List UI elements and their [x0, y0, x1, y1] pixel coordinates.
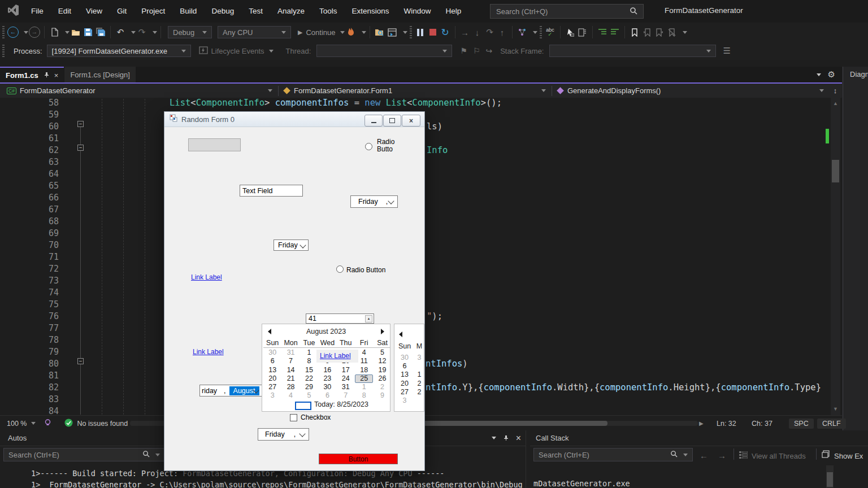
- view-all-threads-button[interactable]: View all Threads: [752, 452, 806, 460]
- scroll-up-arrow[interactable]: ▲: [831, 99, 840, 108]
- calendar-day[interactable]: 7: [281, 357, 300, 365]
- checkbox[interactable]: [290, 414, 297, 421]
- callstack-scrollbar[interactable]: [826, 465, 834, 488]
- view-all-threads-icon[interactable]: [739, 451, 748, 461]
- calendar-prev-icon[interactable]: [399, 332, 402, 337]
- thread-dropdown[interactable]: [316, 45, 452, 57]
- flag-threads-icon[interactable]: ⚑: [460, 46, 467, 55]
- calendar-day[interactable]: 2: [373, 383, 390, 391]
- solution-config-dropdown[interactable]: Debug: [168, 26, 212, 38]
- save-button[interactable]: [82, 25, 94, 39]
- calendar-day[interactable]: 20: [263, 374, 281, 383]
- month-calendar-partial[interactable]: SunM 30361312022723: [394, 324, 424, 412]
- clear-bookmarks-button[interactable]: [666, 25, 678, 39]
- calendar-day[interactable]: 6: [397, 362, 413, 371]
- calendar-day[interactable]: 7: [337, 391, 355, 400]
- toolbar-grip[interactable]: [2, 26, 5, 38]
- format-document-button[interactable]: [576, 25, 589, 39]
- form-close-button[interactable]: ×: [402, 115, 420, 127]
- calendar-day[interactable]: 24: [337, 374, 355, 383]
- text-field-input[interactable]: Text Field: [240, 185, 303, 197]
- numeric-updown[interactable]: 41 ▲: [306, 313, 374, 324]
- calendar-day[interactable]: 30: [263, 348, 281, 357]
- show-external-code-button[interactable]: Show Ex: [834, 452, 863, 460]
- toolbar-overflow-icon[interactable]: ☰: [723, 46, 730, 56]
- continue-button[interactable]: ▶Continue: [298, 25, 336, 39]
- calendar-day[interactable]: 13: [263, 366, 281, 374]
- menu-item-view[interactable]: View: [79, 7, 110, 15]
- day-combo-bottom[interactable]: Friday ,: [258, 428, 309, 441]
- flagged-only-icon[interactable]: ⚐: [473, 46, 480, 55]
- menu-item-window[interactable]: Window: [397, 7, 439, 15]
- code-map-dropdown-icon[interactable]: [533, 31, 537, 34]
- calendar-day[interactable]: 27: [397, 388, 413, 396]
- calendar-day[interactable]: 30: [318, 383, 336, 391]
- calendar-day[interactable]: 31: [337, 383, 355, 391]
- scrollbar-thumb[interactable]: [832, 160, 839, 182]
- stack-frame-dropdown[interactable]: [549, 45, 716, 57]
- navigate-forward-button[interactable]: →: [28, 25, 41, 39]
- calendar-day[interactable]: 18: [355, 366, 373, 374]
- quick-search-input[interactable]: Search (Ctrl+Q): [490, 4, 644, 19]
- select-cursor-button[interactable]: [564, 25, 576, 39]
- stop-button[interactable]: [427, 25, 439, 39]
- continue-dropdown-icon[interactable]: [340, 31, 345, 34]
- code-map-button[interactable]: [516, 25, 528, 39]
- menu-item-help[interactable]: Help: [439, 7, 469, 15]
- text-toolbar-grip[interactable]: [540, 26, 542, 38]
- member-dropdown[interactable]: GenerateAndDisplayForms(): [552, 84, 828, 98]
- step-over-button[interactable]: ↷: [484, 25, 496, 39]
- calendar-day[interactable]: 3: [413, 354, 424, 362]
- panel-pin-icon[interactable]: [503, 433, 509, 443]
- calendar-day[interactable]: 8: [355, 391, 373, 400]
- radio-button-mid[interactable]: [336, 265, 344, 273]
- redo-dropdown-icon[interactable]: [153, 31, 157, 34]
- minimize-button[interactable]: [364, 115, 383, 127]
- calendar-day[interactable]: 6: [318, 391, 336, 400]
- menu-item-git[interactable]: Git: [110, 7, 134, 15]
- blank-button[interactable]: [188, 138, 241, 151]
- increase-indent-button[interactable]: [609, 25, 621, 39]
- random-form-window[interactable]: Random Form 0 × Radio Butto Text Field F…: [164, 111, 425, 471]
- show-next-statement-icon[interactable]: →: [459, 25, 471, 39]
- debug-toolbar-grip[interactable]: [410, 26, 412, 38]
- calendar-day[interactable]: 5: [300, 391, 318, 400]
- calendar-day[interactable]: 1: [300, 348, 318, 357]
- split-editor-handle[interactable]: ↕: [828, 86, 842, 95]
- calendar-day[interactable]: 22: [300, 374, 318, 383]
- spell-check-button[interactable]: abc✓: [544, 25, 557, 39]
- menu-item-analyze[interactable]: Analyze: [270, 7, 312, 15]
- step-out-button[interactable]: ↑: [496, 25, 509, 39]
- calendar-day[interactable]: 6: [263, 357, 281, 365]
- undo-dropdown-icon[interactable]: [131, 31, 136, 34]
- zoom-dropdown[interactable]: 100 %: [7, 420, 27, 428]
- tab-options-gear-icon[interactable]: ⚙: [828, 69, 835, 80]
- calendar-day[interactable]: 1: [413, 371, 424, 379]
- calendar-title[interactable]: August 2023: [262, 324, 390, 336]
- menu-item-debug[interactable]: Debug: [204, 7, 241, 15]
- month-calendar[interactable]: August 2023 SunMonTueWedThuFriSat 303112…: [262, 324, 390, 412]
- calendar-day[interactable]: 30: [397, 354, 413, 362]
- radio-button-top[interactable]: [365, 143, 372, 150]
- calendar-day[interactable]: 29: [300, 383, 318, 391]
- calendar-selected-day[interactable]: 25: [355, 374, 373, 383]
- menu-item-file[interactable]: File: [24, 7, 51, 15]
- calendar-day[interactable]: 15: [300, 366, 318, 374]
- undo-button[interactable]: ↶: [114, 25, 127, 39]
- calendar-day[interactable]: 20: [397, 380, 413, 388]
- expand-arrow-icon[interactable]: ▶: [699, 420, 704, 426]
- calendar-day[interactable]: 2: [413, 380, 424, 388]
- link-label-1[interactable]: Link Label: [191, 273, 222, 281]
- redo-button[interactable]: ↷: [136, 25, 148, 39]
- window-dropdown-icon[interactable]: [403, 31, 407, 34]
- search-options-icon[interactable]: [683, 454, 688, 456]
- spaces-indicator[interactable]: SPC: [789, 419, 814, 429]
- panel-menu-dropdown-icon[interactable]: [492, 437, 496, 439]
- calendar-today-label[interactable]: Today: 8/25/2023: [314, 400, 368, 408]
- suppress-jit-icon[interactable]: ↪: [485, 46, 492, 55]
- spinner-up-icon[interactable]: ▲: [365, 315, 372, 323]
- type-dropdown[interactable]: FormDatasetGenerator.Form1: [279, 84, 552, 98]
- calendar-day[interactable]: 14: [281, 366, 300, 374]
- calendar-day[interactable]: 19: [373, 366, 390, 374]
- issues-status[interactable]: No issues found: [77, 420, 128, 428]
